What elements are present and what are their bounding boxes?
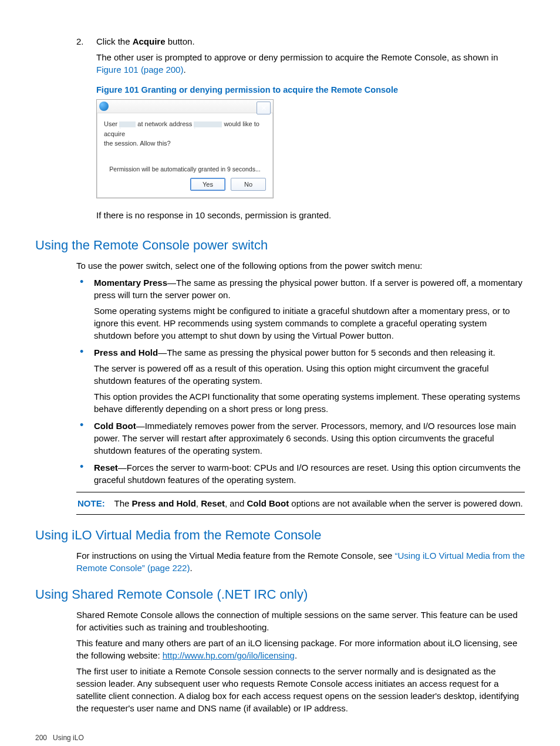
permission-dialog: ✕ User . at network address . would like… <box>96 99 274 198</box>
list-item: Reset—Forces the server to warm-boot: CP… <box>76 461 525 486</box>
option-name: Reset <box>94 463 118 472</box>
text: Press and Hold <box>132 498 196 508</box>
figure-caption: Figure 101 Granting or denying permissio… <box>96 84 525 96</box>
text: The <box>114 498 132 508</box>
list-item: Momentary Press—The same as pressing the… <box>76 276 525 342</box>
text: at network address <box>137 120 192 127</box>
heading-virtual-media: Using iLO Virtual Media from the Remote … <box>35 526 525 545</box>
text: . <box>295 650 297 660</box>
option-para: Some operating systems might be configur… <box>94 305 525 342</box>
shared-p1: Shared Remote Console allows the connect… <box>76 609 525 633</box>
text: For instructions on using the Virtual Me… <box>76 551 395 561</box>
after-dialog-note: If there is no response in 10 seconds, p… <box>96 209 525 221</box>
list-item: Cold Boot—Immediately removes power from… <box>76 420 525 457</box>
step-number: 2. <box>76 35 96 225</box>
shared-p2: This feature and many others are part of… <box>76 637 525 661</box>
text: button. <box>166 36 195 46</box>
list-item: Press and Hold—The same as pressing the … <box>76 346 525 415</box>
text: , <box>196 498 201 508</box>
no-button[interactable]: No <box>231 178 266 191</box>
text: The other user is prompted to approve or… <box>96 52 498 62</box>
text: . <box>183 65 185 75</box>
page-number: 200 <box>35 734 47 742</box>
vm-paragraph: For instructions on using the Virtual Me… <box>76 549 525 574</box>
dialog-titlebar: ✕ <box>97 100 273 113</box>
text: User <box>104 120 117 127</box>
option-para: This option provides the ACPI functional… <box>94 390 525 415</box>
yes-button[interactable]: Yes <box>190 178 225 191</box>
option-name: Cold Boot <box>94 421 136 431</box>
text: Reset <box>201 498 225 508</box>
text: options are not available when the serve… <box>289 498 523 508</box>
option-name: Momentary Press <box>94 278 167 288</box>
text: . <box>190 563 192 573</box>
note-label: NOTE: <box>77 498 105 508</box>
step-2: 2. Click the Acquire button. The other u… <box>76 35 525 225</box>
step-description: The other user is prompted to approve or… <box>96 51 525 76</box>
hp-logo-icon <box>99 102 109 111</box>
footer-section: Using iLO <box>53 734 84 742</box>
licensing-url-link[interactable]: http://www.hp.com/go/ilo/licensing <box>163 650 295 660</box>
dialog-countdown: Permission will be automatically granted… <box>104 165 266 174</box>
option-desc: —Immediately removes power from the serv… <box>94 421 516 455</box>
close-button[interactable]: ✕ <box>257 102 271 114</box>
power-options-list: Momentary Press—The same as pressing the… <box>76 276 525 486</box>
option-desc: —Forces the server to warm-boot: CPUs an… <box>94 463 521 485</box>
option-para: The server is powered off as a result of… <box>94 362 525 387</box>
page-footer: 200 Using iLO <box>35 733 525 743</box>
text: Click the <box>96 36 133 46</box>
heading-shared-console: Using Shared Remote Console (.NET IRC on… <box>35 586 525 604</box>
heading-power-switch: Using the Remote Console power switch <box>35 237 525 255</box>
text: the session. Allow this? <box>104 140 171 147</box>
option-desc: —The same as pressing the physical power… <box>158 347 495 357</box>
power-intro: To use the power switch, select one of t… <box>76 259 525 272</box>
text: Cold Boot <box>247 498 289 508</box>
shared-p3: The first user to initiate a Remote Cons… <box>76 665 525 714</box>
step-instruction: Click the Acquire button. <box>96 35 525 48</box>
redacted-user: . <box>119 121 136 127</box>
option-name: Press and Hold <box>94 347 158 357</box>
text: , and <box>225 498 247 508</box>
dialog-message: User . at network address . would like t… <box>104 119 266 148</box>
figure-ref-link[interactable]: Figure 101 (page 200) <box>96 65 183 75</box>
redacted-address: . <box>194 121 222 127</box>
acquire-word: Acquire <box>133 36 166 46</box>
note-block: NOTE: The Press and Hold, Reset, and Col… <box>76 492 525 515</box>
